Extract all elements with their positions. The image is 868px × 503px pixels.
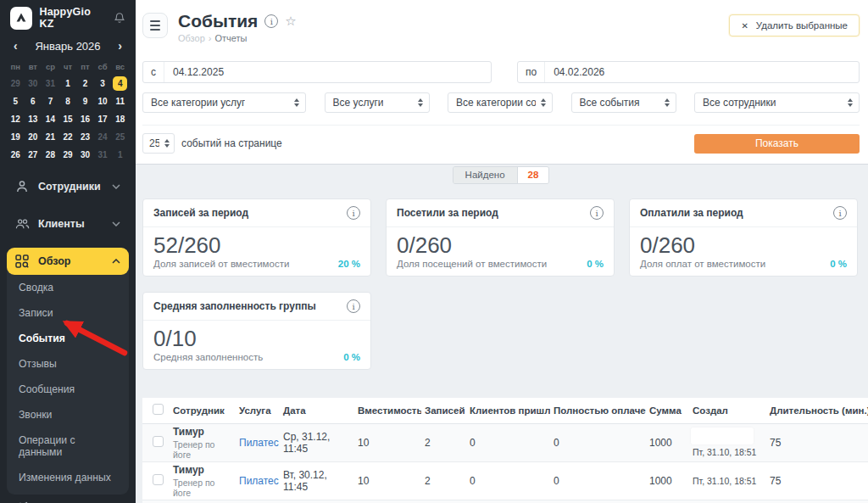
calendar-day[interactable]: 25	[111, 129, 129, 145]
calendar-day[interactable]: 18	[111, 111, 129, 127]
calendar-day[interactable]: 3	[94, 75, 112, 92]
app-logo[interactable]	[10, 7, 32, 30]
calendar-day[interactable]: 2	[76, 75, 94, 92]
calendar-day[interactable]: 8	[59, 93, 77, 109]
event-date: Ср, 31.12, 11:45	[280, 423, 354, 461]
submenu-item[interactable]: События	[7, 326, 129, 351]
delete-selected-button[interactable]: ✕ Удалить выбранные	[729, 14, 860, 36]
row-checkbox[interactable]	[153, 474, 164, 485]
info-icon[interactable]	[590, 206, 604, 220]
column-header[interactable]: Вместимость	[354, 398, 421, 423]
select-stepper-icon	[294, 98, 299, 107]
per-page-select[interactable]: 25	[142, 133, 175, 154]
select-service-categories[interactable]: Все категории услуг	[142, 92, 306, 113]
calendar-day[interactable]: 28	[42, 147, 59, 163]
info-icon[interactable]	[833, 206, 847, 220]
service-link[interactable]: Пилатес	[239, 437, 279, 449]
calendar-day[interactable]: 12	[7, 111, 25, 127]
submenu-item[interactable]: Звонки	[7, 402, 129, 428]
column-header[interactable]: Длительность (мин.)	[766, 398, 868, 423]
column-header[interactable]: Сотрудник	[170, 398, 236, 423]
select-event-categories[interactable]: Все категории событий	[448, 92, 553, 113]
sidebar-item-analytics[interactable]: Аналитика	[7, 495, 129, 503]
table-row[interactable]: Тимур Тренер по йоге Пилатес Вт, 30.12, …	[142, 461, 868, 500]
date-to-input[interactable]	[545, 66, 859, 78]
calendar-day[interactable]: 20	[25, 129, 42, 145]
calendar-day[interactable]: 6	[25, 93, 42, 109]
sidebar-item-clients[interactable]: Клиенты	[7, 211, 129, 237]
events-table: СотрудникУслугаДатаВместимостьЗаписейКли…	[142, 398, 868, 503]
calendar-day[interactable]: 14	[42, 111, 59, 127]
calendar-day[interactable]: 19	[7, 129, 25, 145]
calendar-day[interactable]: 22	[59, 129, 77, 145]
submenu-item[interactable]: Операции с данными	[7, 428, 129, 465]
calendar-day[interactable]: 1	[59, 75, 77, 92]
info-icon[interactable]	[347, 299, 360, 313]
column-header[interactable]: Услуга	[236, 398, 280, 423]
calendar-day[interactable]: 5	[7, 93, 25, 109]
column-header[interactable]: Сумма	[646, 398, 689, 423]
date-from-input[interactable]	[164, 66, 491, 78]
calendar-day[interactable]: 31	[94, 147, 112, 163]
column-header[interactable]: Клиентов пришло	[466, 398, 550, 423]
calendar-day[interactable]: 30	[76, 147, 94, 163]
calendar-day[interactable]: 1	[111, 147, 129, 163]
calendar-day[interactable]: 23	[76, 129, 94, 145]
submenu-item[interactable]: Записи	[7, 300, 129, 326]
calendar-prev-button[interactable]: ‹	[12, 39, 19, 53]
favorite-star-icon[interactable]	[285, 14, 296, 29]
info-icon[interactable]	[264, 14, 278, 28]
calendar-day[interactable]: 27	[25, 147, 42, 163]
calendar-day[interactable]: 31	[42, 75, 59, 92]
table-row[interactable]	[142, 500, 868, 503]
calendar-day[interactable]: 16	[76, 111, 94, 127]
sidebar-item-overview-active[interactable]: Обзор	[7, 248, 129, 275]
calendar-day[interactable]: 13	[25, 111, 42, 127]
page-title: События	[178, 11, 258, 31]
calendar-day[interactable]: 21	[42, 129, 59, 145]
stat-card-avg-fill: Средняя заполненность группы 0/10 Средня…	[142, 292, 371, 370]
submenu-item[interactable]: Сообщения	[7, 377, 129, 402]
column-header[interactable]: Дата	[280, 398, 354, 423]
select-all-checkbox[interactable]	[153, 404, 164, 415]
breadcrumb-parent[interactable]: Обзор	[178, 33, 205, 43]
calendar-day[interactable]: 9	[76, 93, 94, 109]
calendar-day[interactable]: 26	[7, 147, 25, 163]
select-services[interactable]: Все услуги	[325, 92, 430, 113]
found-counter[interactable]: Найдено 28	[453, 166, 550, 184]
service-link[interactable]: Пилатес	[239, 475, 279, 487]
show-button[interactable]: Показать	[694, 134, 860, 154]
calendar-day[interactable]: 17	[94, 111, 112, 127]
info-icon[interactable]	[347, 206, 360, 220]
column-header[interactable]: Записей	[421, 398, 466, 423]
calendar-day[interactable]: 11	[111, 93, 129, 109]
calendar-next-button[interactable]: ›	[116, 39, 124, 53]
column-header[interactable]: Создал	[689, 398, 766, 423]
sidebar-item-label: Сотрудники	[38, 181, 101, 193]
card-caption: Доля посещений от вместимости	[397, 259, 547, 269]
sidebar-item-employees[interactable]: Сотрудники	[7, 173, 129, 200]
calendar-day[interactable]: 10	[94, 93, 112, 109]
records-value: 2	[421, 461, 466, 500]
calendar-day[interactable]: 30	[25, 75, 42, 92]
calendar-day[interactable]: 15	[59, 111, 77, 127]
select-events[interactable]: Все события	[571, 92, 676, 113]
row-checkbox[interactable]	[153, 436, 164, 447]
calendar-day[interactable]: 24	[94, 129, 112, 145]
column-header[interactable]: Полностью оплачено	[550, 398, 646, 423]
submenu-item[interactable]: Изменения данных	[7, 465, 129, 490]
table-row[interactable]: Тимур Тренер по йоге Пилатес Ср, 31.12, …	[142, 423, 868, 461]
sidebar-item-label: Клиенты	[38, 218, 85, 230]
submenu-item[interactable]: Сводка	[7, 275, 129, 300]
submenu-item[interactable]: Отзывы	[7, 351, 129, 377]
calendar-day[interactable]: 4	[111, 75, 129, 92]
calendar-weekday: пн	[7, 59, 25, 74]
menu-toggle-button[interactable]	[142, 13, 168, 38]
notifications-bell-icon[interactable]	[114, 12, 125, 24]
calendar-day[interactable]: 29	[59, 147, 77, 163]
calendar-day[interactable]: 7	[42, 93, 59, 109]
calendar-day[interactable]: 29	[7, 75, 25, 92]
select-value: Все услуги	[333, 97, 384, 109]
select-employees[interactable]: Все сотрудники	[694, 92, 860, 113]
sidebar-item-label: Обзор	[38, 255, 70, 267]
